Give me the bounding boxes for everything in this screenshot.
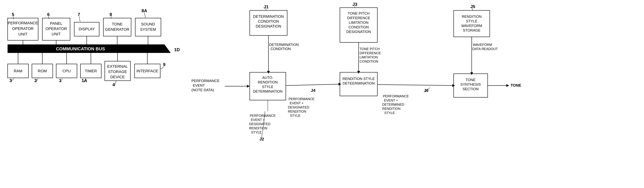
svg-text:6: 6 <box>47 12 50 17</box>
svg-text:STYLE: STYLE <box>251 130 262 134</box>
svg-rect-10 <box>74 22 99 36</box>
svg-text:STYLE: STYLE <box>290 114 300 118</box>
svg-text:PANEL: PANEL <box>50 21 62 26</box>
svg-text:TONE PITCH: TONE PITCH <box>360 47 380 51</box>
svg-marker-109 <box>338 83 341 85</box>
svg-rect-61 <box>340 8 377 42</box>
svg-text:7: 7 <box>78 12 80 17</box>
svg-text:EVENT +: EVENT + <box>384 99 398 102</box>
svg-text:CONDITION: CONDITION <box>360 59 378 63</box>
svg-marker-111 <box>452 84 455 87</box>
svg-text:DEVICE: DEVICE <box>110 75 125 79</box>
svg-text:8: 8 <box>110 12 112 17</box>
diagram-svg: PERFORMANCE OPERATOR UNIT 5 PANEL OPERAT… <box>0 0 644 188</box>
svg-text:9: 9 <box>163 62 166 67</box>
svg-text:STORAGE: STORAGE <box>108 69 127 74</box>
svg-text:4: 4 <box>112 82 115 87</box>
svg-text:EVENT +: EVENT + <box>290 101 304 105</box>
svg-rect-35 <box>56 64 77 78</box>
svg-text:J4: J4 <box>311 88 316 92</box>
svg-text:CONDITION: CONDITION <box>348 25 369 29</box>
svg-text:TONE: TONE <box>510 83 521 87</box>
svg-text:SECTION: SECTION <box>462 87 479 91</box>
svg-text:J3: J3 <box>352 2 358 7</box>
svg-text:RENDITION: RENDITION <box>258 80 278 84</box>
svg-text:WAVEFORM: WAVEFORM <box>461 24 482 28</box>
svg-text:STYLE: STYLE <box>384 111 395 115</box>
svg-rect-56 <box>250 11 287 35</box>
svg-marker-21 <box>8 45 171 53</box>
svg-text:RENDITION: RENDITION <box>462 15 482 19</box>
svg-text:TONE PITCH: TONE PITCH <box>348 11 370 16</box>
svg-text:DIFFERENCE: DIFFERENCE <box>360 51 381 55</box>
main-diagram: { "left_diagram": { "title": "Left Syste… <box>0 0 644 188</box>
svg-text:DISPLAY: DISPLAY <box>79 27 95 31</box>
svg-text:RENDITION: RENDITION <box>382 107 400 111</box>
svg-text:COMMUNICATION BUS: COMMUNICATION BUS <box>56 46 105 51</box>
svg-text:LIMITATION: LIMITATION <box>349 21 368 25</box>
svg-rect-84 <box>340 72 377 96</box>
svg-text:PERFORMANCE: PERFORMANCE <box>383 94 409 98</box>
svg-text:LIMITATION: LIMITATION <box>360 55 378 59</box>
svg-text:DETEERMINATION: DETEERMINATION <box>343 81 375 85</box>
svg-rect-0 <box>8 18 38 40</box>
svg-text:STORAGE: STORAGE <box>463 28 480 32</box>
svg-text:RENDITION: RENDITION <box>249 126 267 130</box>
svg-text:DETERMINATION: DETERMINATION <box>269 43 299 47</box>
svg-text:OPERATOR: OPERATOR <box>12 26 34 31</box>
svg-text:DETERMINED: DETERMINED <box>382 103 404 106</box>
svg-text:EVENT +: EVENT + <box>251 118 265 122</box>
svg-text:ROM: ROM <box>38 69 47 73</box>
svg-rect-13 <box>103 18 131 36</box>
svg-rect-32 <box>32 64 53 78</box>
svg-line-108 <box>286 84 340 85</box>
svg-text:UNIT: UNIT <box>18 32 27 36</box>
svg-text:TIMER: TIMER <box>85 69 97 73</box>
svg-text:DETERMINATION: DETERMINATION <box>253 15 284 19</box>
svg-text:J6: J6 <box>424 88 428 92</box>
svg-text:STYLE: STYLE <box>466 19 478 23</box>
svg-text:TONE: TONE <box>466 78 476 82</box>
svg-text:SYNTHESIS: SYNTHESIS <box>460 82 481 86</box>
svg-text:AUTO.: AUTO. <box>262 75 273 80</box>
svg-rect-68 <box>454 11 490 37</box>
svg-text:2: 2 <box>34 78 37 83</box>
svg-text:INTERFACE: INTERFACE <box>136 69 158 73</box>
svg-marker-78 <box>247 85 250 87</box>
svg-text:CPU: CPU <box>62 69 70 73</box>
svg-marker-92 <box>506 84 509 87</box>
svg-text:RENDITION STYLE: RENDITION STYLE <box>342 77 375 81</box>
svg-text:(NOTE DATA): (NOTE DATA) <box>192 88 214 92</box>
svg-rect-46 <box>134 64 160 78</box>
svg-marker-95 <box>267 71 270 74</box>
svg-text:PERFORMANCE: PERFORMANCE <box>8 21 38 25</box>
svg-rect-38 <box>80 64 101 78</box>
svg-text:OPERATOR: OPERATOR <box>46 27 67 31</box>
svg-text:SOUND: SOUND <box>141 22 155 26</box>
svg-text:DESIGNATION: DESIGNATION <box>346 30 371 34</box>
svg-text:J1: J1 <box>264 4 268 9</box>
svg-text:DESIGNATED: DESIGNATED <box>288 105 309 109</box>
svg-text:PERFORMANCE: PERFORMANCE <box>288 97 314 101</box>
svg-rect-29 <box>8 64 28 78</box>
svg-text:STYLE: STYLE <box>262 85 274 89</box>
svg-text:1: 1 <box>59 78 62 83</box>
svg-text:DETERMINATION: DETERMINATION <box>253 89 282 93</box>
svg-text:EXTERNAL: EXTERNAL <box>107 64 128 68</box>
svg-rect-87 <box>454 74 488 97</box>
svg-text:TONE: TONE <box>112 22 122 26</box>
svg-text:DESIGNATION: DESIGNATION <box>256 24 281 28</box>
svg-text:RENDITION: RENDITION <box>288 110 306 113</box>
svg-text:J5: J5 <box>470 4 475 9</box>
svg-text:CONDITION: CONDITION <box>270 47 291 51</box>
svg-rect-17 <box>135 18 161 36</box>
svg-text:UNIT: UNIT <box>52 32 61 36</box>
svg-line-110 <box>377 84 454 85</box>
svg-text:1D: 1D <box>174 47 180 52</box>
svg-text:EVENT: EVENT <box>193 83 205 87</box>
svg-text:DESIGNATED: DESIGNATED <box>249 122 270 126</box>
svg-rect-5 <box>42 18 70 40</box>
svg-text:PERFORMANCE: PERFORMANCE <box>192 79 220 83</box>
svg-text:3: 3 <box>10 78 12 83</box>
svg-text:GENERATOR: GENERATOR <box>105 27 130 32</box>
